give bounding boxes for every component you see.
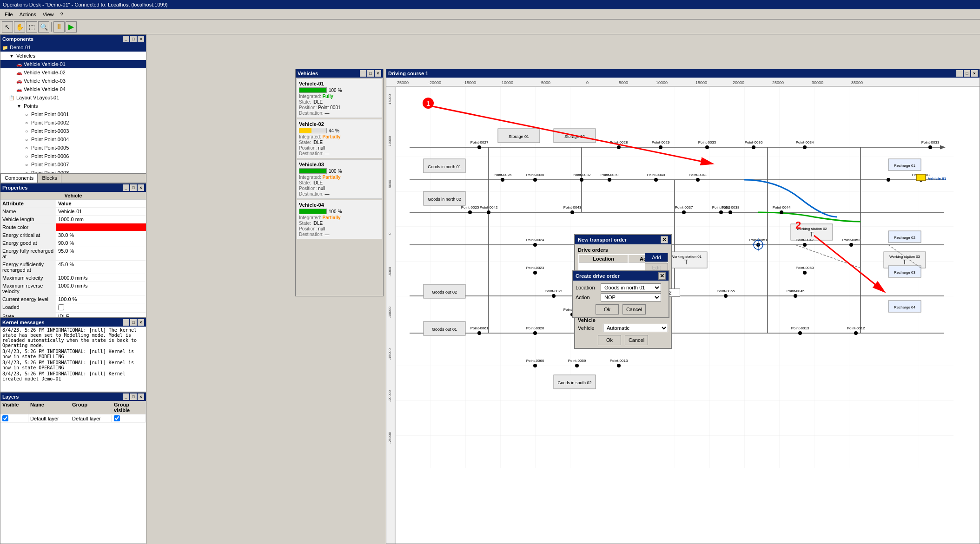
create-drive-cancel-button[interactable]: Cancel	[622, 304, 646, 315]
tree-item-vehicle04[interactable]: 🚗 Vehicle Vehicle-04	[0, 85, 146, 93]
point-0013-map-label: Point-0013	[610, 359, 628, 363]
tree-item-point0006[interactable]: ○ Point Point-0006	[0, 152, 146, 160]
tree-item-vehicle01[interactable]: 🚗 Vehicle Vehicle-01	[0, 60, 146, 68]
close-icon[interactable]: ×	[138, 393, 144, 400]
driving-course-panel: Driving course 1 _ □ × -25000 -20000 -15…	[386, 69, 980, 544]
create-drive-order-dialog: Create drive order ✕ Location Goods in n…	[572, 270, 669, 318]
point-0037	[682, 210, 686, 214]
minimize-icon[interactable]: _	[956, 70, 963, 77]
point-0026-label: Point-0026	[494, 173, 512, 177]
minimize-icon[interactable]: _	[123, 393, 129, 400]
restore-icon[interactable]: □	[367, 70, 374, 77]
menu-help[interactable]: ?	[57, 11, 66, 18]
point-0039	[608, 178, 611, 182]
vehicle-name-02: Vehicle-02	[299, 121, 380, 127]
restore-icon[interactable]: □	[130, 319, 137, 326]
transport-order-close-button[interactable]: ✕	[661, 236, 668, 243]
layer-visible-checkbox[interactable]	[2, 415, 8, 421]
restore-icon[interactable]: □	[130, 393, 137, 400]
tree-item-demo01[interactable]: 📁 Demo-01	[0, 43, 146, 52]
recharge-01-label: Recharge 01	[894, 164, 915, 168]
tree-item-vehicle03[interactable]: 🚗 Vehicle Vehicle-03	[0, 77, 146, 85]
tree-item-point0008[interactable]: ○ Point Point-0008	[0, 169, 146, 173]
vehicles-list: Vehicle-01 100 % Integrated: Fully State…	[296, 78, 383, 296]
tree-item-points[interactable]: ▼ Points	[0, 102, 146, 110]
loaded-checkbox[interactable]	[58, 304, 64, 310]
tree-item-vehicle02[interactable]: 🚗 Vehicle Vehicle-02	[0, 68, 146, 77]
vehicle-detail-position-01: Position: Point-0001	[299, 105, 380, 110]
kernel-message-2: 8/4/23, 5:26 PM INFORMATIONAL: [null] Ke…	[2, 360, 144, 370]
right-area: Vehicles _ □ × Vehicle-01 100 %	[146, 34, 980, 544]
point-0041-label: Point-0041	[689, 173, 707, 177]
minimize-icon[interactable]: _	[123, 184, 129, 191]
properties-subtitle: Vehicle	[0, 192, 146, 200]
minimize-icon[interactable]: _	[123, 36, 129, 42]
minimize-icon[interactable]: _	[360, 70, 366, 77]
tree-item-point0004[interactable]: ○ Point Point-0004	[0, 135, 146, 144]
svg-text:15000: 15000	[695, 80, 707, 85]
add-drive-order-button[interactable]: Add	[645, 253, 668, 262]
vehicle-select[interactable]: Automatic	[603, 324, 668, 332]
tab-blocks[interactable]: Blocks	[38, 174, 61, 183]
tree-item-point0007[interactable]: ○ Point Point-0007	[0, 160, 146, 169]
create-drive-ok-button[interactable]: Ok	[596, 304, 619, 315]
tree-item-layout[interactable]: 📋 Layout VLayout-01	[0, 93, 146, 102]
toolbar: ↖ ✋ ⬚ 🔍 ⏸ ▶	[0, 20, 980, 34]
menu-actions[interactable]: Actions	[17, 11, 39, 18]
point-0044-label: Point-0044	[773, 205, 791, 210]
point-0035	[705, 145, 709, 149]
kernel-message-0: 8/4/23, 5:26 PM INFORMATIONAL: [null] Th…	[2, 328, 144, 348]
vehicle-icon: 🚗	[15, 60, 23, 68]
close-icon[interactable]: ×	[138, 184, 144, 191]
vehicle-battery-row-04: 100 %	[299, 209, 380, 214]
prop-label-energy-full: Energy fully recharged at	[0, 247, 56, 260]
restore-icon[interactable]: □	[130, 184, 137, 191]
menu-file[interactable]: File	[2, 11, 16, 18]
layer-group-visible-checkbox[interactable]	[114, 415, 120, 421]
components-panel: Components _ □ × 📁 Demo-01 ▼ Vehicles	[0, 34, 146, 183]
transport-order-ok-button[interactable]: Ok	[598, 335, 621, 345]
prop-vehicle-length: Vehicle length 1000.0 mm	[0, 216, 146, 223]
transport-order-cancel-button[interactable]: Cancel	[625, 335, 648, 345]
course-inner[interactable]: Storage 01 Storage 02 Goods in north 01 …	[396, 87, 980, 544]
create-drive-location-select[interactable]: Goods in north 01	[601, 283, 661, 292]
close-icon[interactable]: ×	[138, 319, 144, 326]
close-icon[interactable]: ×	[138, 36, 144, 42]
menu-view[interactable]: View	[40, 11, 57, 18]
zoom-tool-button[interactable]: 🔍	[38, 21, 49, 33]
svg-text:-15000: -15000	[463, 80, 476, 85]
arrow-tool-button[interactable]: ↖	[2, 21, 13, 33]
create-drive-action-select[interactable]: NOP	[601, 293, 661, 301]
hand-tool-button[interactable]: ✋	[14, 21, 25, 33]
point-0045	[794, 294, 797, 298]
tree-item-point0002[interactable]: ○ Point Point-0002	[0, 118, 146, 127]
create-drive-location-label: Location	[576, 285, 599, 290]
svg-text:0: 0	[586, 80, 589, 85]
vehicle-name-01: Vehicle-01	[299, 81, 380, 86]
course-canvas[interactable]: -25000 -20000 -15000 -10000 -5000 0 5000…	[386, 78, 980, 544]
storage-02-label: Storage 02	[564, 134, 585, 139]
close-icon[interactable]: ×	[971, 70, 978, 77]
tree-item-point0005[interactable]: ○ Point Point-0005	[0, 144, 146, 152]
recharge-03-label: Recharge 03	[894, 270, 915, 275]
prop-val-length: 1000.0 mm	[56, 216, 146, 223]
restore-icon[interactable]: □	[130, 36, 137, 42]
point-0023-label: Point-0023	[526, 266, 544, 270]
point-0059	[575, 364, 579, 367]
point-0039-label: Point-0039	[601, 173, 619, 177]
minimize-icon[interactable]: _	[123, 319, 129, 326]
select-tool-button[interactable]: ⬚	[26, 21, 37, 33]
prop-route-color: Route color	[0, 223, 146, 231]
tree-item-vehicles[interactable]: ▼ Vehicles	[0, 52, 146, 60]
tree-item-point0003[interactable]: ○ Point Point-0003	[0, 127, 146, 135]
prop-header-row: Attribute Value	[0, 200, 146, 208]
close-icon[interactable]: ×	[375, 70, 381, 77]
restore-icon[interactable]: □	[964, 70, 970, 77]
play-button[interactable]: ▶	[66, 21, 77, 33]
tab-components[interactable]: Components	[0, 174, 38, 183]
pause-button[interactable]: ⏸	[53, 21, 65, 33]
vehicle-detail-state-03: State: IDLE	[299, 180, 380, 185]
create-drive-close-button[interactable]: ✕	[658, 272, 666, 280]
tree-label: Point Point-0008	[31, 170, 69, 173]
tree-item-point0001[interactable]: ○ Point Point-0001	[0, 110, 146, 118]
